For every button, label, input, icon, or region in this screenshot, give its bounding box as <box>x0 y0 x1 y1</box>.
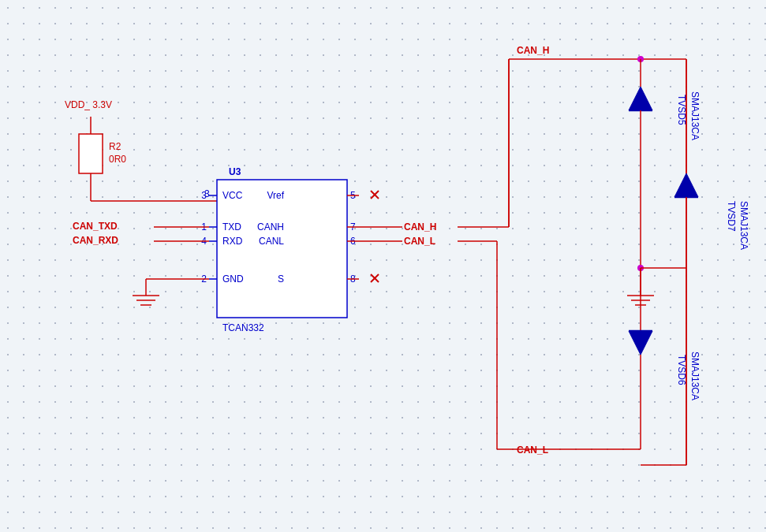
pin-vcc: VCC <box>222 190 243 201</box>
tvsd7-diode-tri <box>674 173 698 197</box>
can-l-label-left: CAN_L <box>404 236 435 247</box>
r2-value: 0R0 <box>109 154 126 165</box>
tvsd6-diode-tri <box>629 331 652 355</box>
ic-part-name: TCAN332 <box>222 322 264 333</box>
pin-canh-name: CANH <box>257 221 284 233</box>
can-h-label-left: CAN_H <box>404 221 436 233</box>
pin-rxd: RXD <box>222 236 243 247</box>
resistor-r2 <box>79 134 103 173</box>
tvsd6-smaj-label: SMAJ13CA <box>689 352 701 400</box>
pin-s-name: S <box>278 273 284 285</box>
can-txd-label: CAN_TXD <box>73 221 118 232</box>
tvsd7-label: TVSD7 <box>726 201 737 232</box>
tvsd6-label: TVSD6 <box>676 355 687 385</box>
can-l-bottom-label: CAN_L <box>517 445 548 456</box>
pin-vref-name: Vref <box>267 190 284 201</box>
pin-gnd: GND <box>222 273 244 285</box>
tvsd5-smaj-label: SMAJ13CA <box>689 91 701 140</box>
tvsd7-smaj-label: SMAJ13CA <box>738 201 749 250</box>
can-rxd-label: CAN_RXD <box>73 235 118 246</box>
pin-canl-name: CANL <box>259 236 284 247</box>
schematic-canvas: VDD_ 3.3V R2 0R0 3 U3 TCAN332 VCC TXD RX… <box>0 0 766 532</box>
tvsd5-diode-tri <box>629 87 652 110</box>
r2-label: R2 <box>109 141 121 152</box>
pin3-num: 3 <box>201 190 207 201</box>
tvsd5-label: TVSD5 <box>676 95 687 125</box>
pin-txd: TXD <box>222 221 241 233</box>
ic-u3-name: U3 <box>229 166 241 177</box>
vdd-label: VDD_ 3.3V <box>65 99 112 110</box>
can-h-top-label: CAN_H <box>517 45 549 56</box>
